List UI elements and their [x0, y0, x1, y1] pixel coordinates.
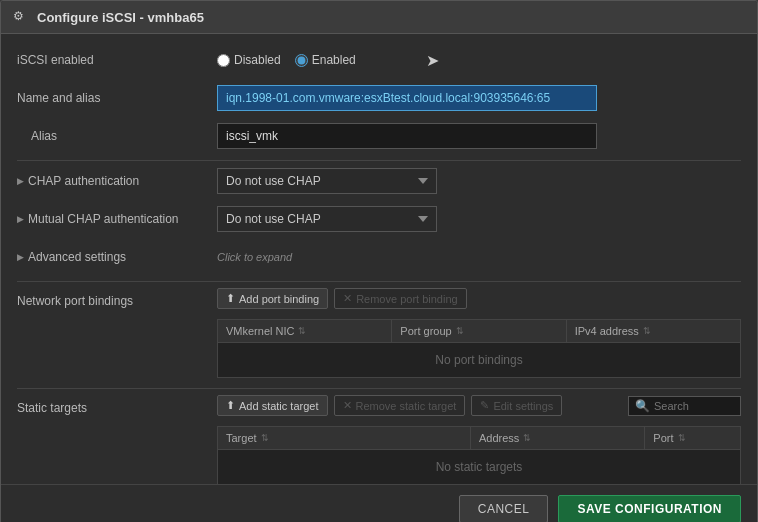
vmkernel-sort-icon: ⇅ [298, 326, 306, 336]
mutual-chap-label: ▶ Mutual CHAP authentication [17, 212, 217, 226]
iscsi-enabled-label: iSCSI enabled [17, 53, 217, 67]
edit-static-settings-button[interactable]: ✎ Edit settings [471, 395, 562, 416]
static-targets-table-header: Target ⇅ Address ⇅ Port ⇅ [218, 427, 740, 450]
alias-input[interactable] [217, 123, 597, 149]
mutual-chap-row: ▶ Mutual CHAP authentication Do not use … [17, 205, 741, 233]
ipv4-address-header[interactable]: IPv4 address ⇅ [567, 320, 740, 342]
expand-text: Click to expand [217, 251, 292, 263]
ipv4-sort-icon: ⇅ [643, 326, 651, 336]
alias-label: Alias [17, 129, 217, 143]
title-bar: ⚙ Configure iSCSI - vmhba65 [1, 1, 757, 34]
static-targets-toolbar: ⬆ Add static target ✕ Remove static targ… [217, 395, 741, 416]
dialog-title: Configure iSCSI - vmhba65 [37, 10, 204, 25]
search-static-icon: 🔍 [635, 399, 650, 413]
add-port-icon: ⬆ [226, 292, 235, 305]
chap-chevron: ▶ [17, 176, 24, 186]
network-port-table: VMkernel NIC ⇅ Port group ⇅ IPv4 address… [217, 319, 741, 378]
enabled-label: Enabled [312, 53, 356, 67]
remove-port-binding-button[interactable]: ✕ Remove port binding [334, 288, 467, 309]
mutual-chap-content: Do not use CHAP Use CHAP [217, 206, 741, 232]
port-group-header[interactable]: Port group ⇅ [392, 320, 566, 342]
network-port-table-header: VMkernel NIC ⇅ Port group ⇅ IPv4 address… [218, 320, 740, 343]
divider-2 [17, 281, 741, 282]
network-port-label: Network port bindings [17, 288, 217, 308]
name-content [217, 85, 741, 111]
port-header[interactable]: Port ⇅ [645, 427, 740, 449]
network-port-toolbar: ⬆ Add port binding ✕ Remove port binding [217, 288, 741, 309]
chap-select[interactable]: Do not use CHAP Use CHAP Do not use CHAP… [217, 168, 437, 194]
enabled-radio-item[interactable]: Enabled [295, 53, 356, 67]
static-targets-section-row: Static targets ⬆ Add static target ✕ Rem… [17, 395, 741, 484]
disabled-radio-item[interactable]: Disabled [217, 53, 281, 67]
disabled-label: Disabled [234, 53, 281, 67]
remove-static-target-button[interactable]: ✕ Remove static target [334, 395, 466, 416]
chap-content: Do not use CHAP Use CHAP Do not use CHAP… [217, 168, 741, 194]
iscsi-enabled-content: Disabled Enabled ➤ [217, 51, 741, 70]
alias-row: Alias [17, 122, 741, 150]
static-targets-search-input[interactable] [654, 400, 734, 412]
iscsi-enabled-row: iSCSI enabled Disabled Enabled ➤ [17, 46, 741, 74]
network-port-content: ⬆ Add port binding ✕ Remove port binding… [217, 288, 741, 378]
chap-row: ▶ CHAP authentication Do not use CHAP Us… [17, 167, 741, 195]
mutual-chap-select[interactable]: Do not use CHAP Use CHAP [217, 206, 437, 232]
address-header[interactable]: Address ⇅ [471, 427, 645, 449]
main-panel: iSCSI enabled Disabled Enabled ➤ [1, 34, 757, 484]
dialog-icon: ⚙ [13, 9, 29, 25]
address-sort-icon: ⇅ [523, 433, 531, 443]
alias-content [217, 123, 741, 149]
edit-static-icon: ✎ [480, 399, 489, 412]
network-port-section-row: Network port bindings ⬆ Add port binding… [17, 288, 741, 378]
port-group-sort-icon: ⇅ [456, 326, 464, 336]
static-targets-empty: No static targets [218, 450, 740, 484]
enabled-radio[interactable] [295, 54, 308, 67]
iscsi-enabled-radio-group: Disabled Enabled [217, 53, 356, 67]
chap-label: ▶ CHAP authentication [17, 174, 217, 188]
cancel-button[interactable]: CANCEL [459, 495, 549, 522]
static-targets-label: Static targets [17, 395, 217, 415]
advanced-settings-label: ▶ Advanced settings [17, 250, 217, 264]
remove-port-icon: ✕ [343, 292, 352, 305]
target-header[interactable]: Target ⇅ [218, 427, 471, 449]
name-label: Name and alias [17, 91, 217, 105]
port-sort-icon: ⇅ [678, 433, 686, 443]
static-targets-table: Target ⇅ Address ⇅ Port ⇅ [217, 426, 741, 484]
dialog-footer: CANCEL SAVE CONFIGURATION [1, 484, 757, 522]
add-static-target-button[interactable]: ⬆ Add static target [217, 395, 328, 416]
static-targets-search-box[interactable]: 🔍 [628, 396, 741, 416]
configure-iscsi-dialog: ⚙ Configure iSCSI - vmhba65 iSCSI enable… [0, 0, 758, 522]
advanced-settings-chevron: ▶ [17, 252, 24, 262]
add-static-icon: ⬆ [226, 399, 235, 412]
vmkernel-nic-header[interactable]: VMkernel NIC ⇅ [218, 320, 392, 342]
mutual-chap-chevron: ▶ [17, 214, 24, 224]
network-port-empty: No port bindings [218, 343, 740, 377]
add-port-binding-button[interactable]: ⬆ Add port binding [217, 288, 328, 309]
iscsi-name-input[interactable] [217, 85, 597, 111]
divider-1 [17, 160, 741, 161]
static-targets-content: ⬆ Add static target ✕ Remove static targ… [217, 395, 741, 484]
cursor: ➤ [426, 52, 439, 69]
disabled-radio[interactable] [217, 54, 230, 67]
save-configuration-button[interactable]: SAVE CONFIGURATION [558, 495, 741, 522]
name-row: Name and alias [17, 84, 741, 112]
remove-static-icon: ✕ [343, 399, 352, 412]
dialog-content: iSCSI enabled Disabled Enabled ➤ [1, 34, 757, 484]
target-sort-icon: ⇅ [261, 433, 269, 443]
divider-3 [17, 388, 741, 389]
advanced-settings-row[interactable]: ▶ Advanced settings Click to expand [17, 243, 741, 271]
advanced-settings-content: Click to expand [217, 251, 741, 263]
